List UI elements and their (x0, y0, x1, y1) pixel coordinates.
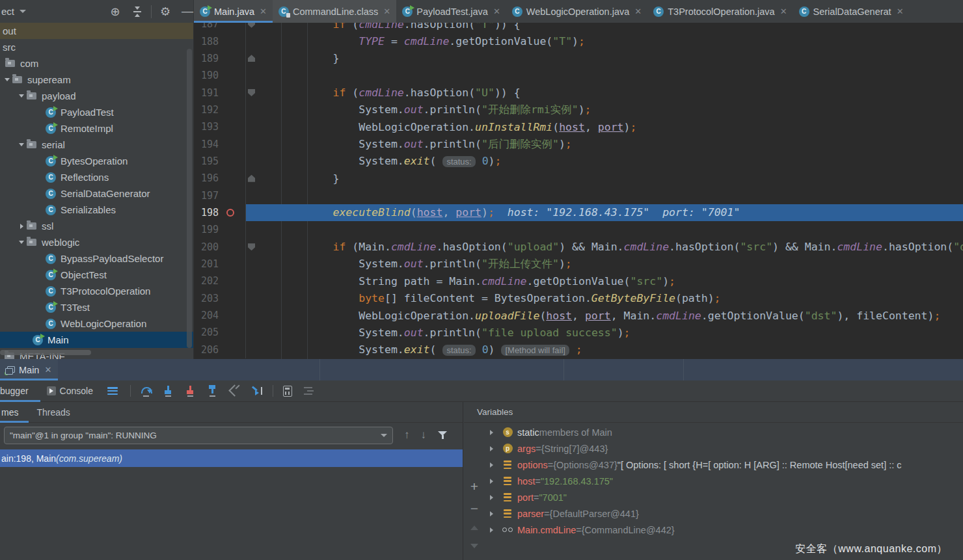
fold-icon[interactable] (248, 89, 255, 96)
variable-row[interactable]: Main.cmdLine = {CommandLine@442} (485, 522, 963, 538)
tree-item[interactable]: ObjectTest (0, 267, 193, 283)
editor-tab[interactable]: T3ProtocolOperation.java✕ (647, 0, 793, 23)
tree-item[interactable]: out (0, 23, 193, 39)
evaluate-expression-icon[interactable] (283, 386, 292, 397)
tree-item[interactable]: ssl (0, 218, 193, 234)
variable-row[interactable]: host = "192.168.43.175" (485, 473, 963, 489)
tab-frames[interactable]: mes (1, 402, 18, 423)
breakpoint-gutter[interactable] (223, 273, 246, 289)
code-editor[interactable]: 187 if (cmdLine.hasOption("T")) {188 TYP… (194, 23, 963, 359)
line-number[interactable]: 200 (194, 241, 223, 253)
force-step-into-icon[interactable] (185, 385, 197, 397)
line-number[interactable]: 194 (194, 139, 223, 150)
collapse-all-icon[interactable] (133, 7, 142, 17)
line-number[interactable]: 205 (194, 327, 223, 338)
line-number[interactable]: 197 (194, 190, 223, 202)
fold-gutter[interactable] (246, 23, 277, 28)
close-icon[interactable]: ✕ (260, 7, 267, 16)
breakpoint-gutter[interactable] (223, 50, 246, 67)
close-icon[interactable]: ✕ (780, 7, 787, 16)
tree-item[interactable]: RemoteImpl (0, 120, 193, 137)
breakpoint-gutter[interactable] (223, 221, 246, 238)
expand-arrow-icon[interactable] (2, 78, 12, 81)
breakpoint-gutter[interactable] (223, 101, 246, 118)
variable-row[interactable]: options = {Options@437} "[ Options: [ sh… (485, 457, 963, 473)
expand-arrow-icon[interactable] (490, 479, 498, 484)
tree-item[interactable]: supeream (0, 72, 193, 88)
expand-arrow-icon[interactable] (16, 241, 27, 244)
tree-item[interactable]: PayloadTest (0, 104, 193, 120)
breakpoint-gutter[interactable] (223, 118, 246, 135)
expand-arrow-icon[interactable] (490, 495, 498, 500)
breakpoint-gutter[interactable] (223, 307, 246, 324)
fold-icon[interactable] (248, 175, 255, 182)
next-frame-icon[interactable]: ↓ (421, 429, 427, 442)
tree-item[interactable]: T3ProtocolOperation (0, 283, 193, 299)
step-over-icon[interactable] (141, 385, 152, 397)
run-to-cursor-icon[interactable] (251, 385, 263, 397)
tree-item[interactable]: SerialDataGenerator (0, 185, 193, 202)
variable-row[interactable]: sstatic members of Main (485, 424, 963, 440)
fold-gutter[interactable] (246, 175, 277, 182)
line-number[interactable]: 189 (194, 53, 223, 64)
tree-item[interactable]: src (0, 39, 193, 55)
fold-icon[interactable] (248, 23, 255, 28)
line-number[interactable]: 202 (194, 275, 223, 287)
tree-item[interactable]: BytesOperation (0, 153, 193, 169)
close-icon[interactable]: ✕ (634, 7, 642, 16)
close-icon[interactable]: ✕ (493, 7, 500, 16)
line-number[interactable]: 192 (194, 104, 223, 116)
move-down-icon[interactable] (464, 544, 485, 548)
expand-arrow-icon[interactable] (490, 446, 498, 451)
move-up-icon[interactable] (464, 526, 485, 530)
editor-tab[interactable]: PayloadTest.java✕ (396, 0, 506, 23)
tree-item[interactable]: payload (0, 88, 193, 104)
settings-gear-icon[interactable]: ⚙ (154, 5, 176, 19)
debug-session-tab[interactable]: Main ✕ (0, 359, 58, 380)
close-icon[interactable]: ✕ (897, 7, 904, 16)
line-number[interactable]: 190 (194, 70, 223, 81)
restore-layout-icon[interactable] (304, 387, 314, 395)
line-number[interactable]: 201 (194, 258, 223, 270)
editor-tab[interactable]: Main.java✕ (194, 0, 273, 23)
editor-tab[interactable]: WebLogicOperation.java✕ (506, 0, 647, 23)
breakpoint-gutter[interactable] (223, 238, 246, 255)
stack-frame-row[interactable]: ain:198, Main (com.supeream) (0, 449, 463, 467)
fold-gutter[interactable] (246, 55, 277, 62)
menu-icon[interactable] (107, 387, 118, 395)
breakpoint-gutter[interactable] (223, 341, 246, 358)
thread-selector-dropdown[interactable]: "main"@1 in group "main": RUNNING (4, 427, 393, 444)
line-number[interactable]: 187 (194, 23, 223, 30)
remove-watch-icon[interactable]: − (464, 501, 485, 516)
line-number[interactable]: 195 (194, 155, 223, 167)
tab-console[interactable]: Console (47, 380, 93, 402)
project-view-selector[interactable]: ect (1, 6, 14, 17)
tree-item[interactable]: weblogic (0, 234, 193, 250)
close-icon[interactable]: ✕ (383, 7, 390, 16)
expand-arrow-icon[interactable] (490, 511, 498, 516)
breakpoint-gutter[interactable] (223, 170, 246, 187)
filter-icon[interactable] (438, 431, 447, 440)
editor-tab[interactable]: CommandLine.class✕ (273, 0, 396, 23)
breakpoint-gutter[interactable] (223, 67, 246, 84)
line-number[interactable]: 203 (194, 293, 223, 304)
tree-item[interactable]: Reflections (0, 169, 193, 185)
breakpoint-gutter[interactable] (223, 204, 246, 221)
breakpoint-gutter[interactable] (223, 23, 246, 33)
tree-item[interactable]: WebLogicOperation (0, 315, 193, 332)
tab-debugger[interactable]: bugger (0, 380, 35, 402)
fold-gutter[interactable] (246, 89, 277, 96)
drop-frame-icon[interactable] (229, 385, 241, 397)
step-out-icon[interactable] (207, 385, 219, 397)
tree-item[interactable]: com (0, 55, 193, 72)
variable-row[interactable]: pargs = {String[7]@443} (485, 440, 963, 457)
line-number[interactable]: 193 (194, 121, 223, 133)
breakpoint-gutter[interactable] (223, 135, 246, 152)
expand-arrow-icon[interactable] (16, 94, 27, 98)
line-number[interactable]: 206 (194, 344, 223, 356)
tree-item[interactable]: Serializables (0, 202, 193, 218)
breakpoint-icon[interactable] (226, 209, 234, 217)
tree-item[interactable]: T3Test (0, 299, 193, 315)
scrollbar-thumb[interactable] (187, 49, 192, 348)
breakpoint-gutter[interactable] (223, 153, 246, 170)
